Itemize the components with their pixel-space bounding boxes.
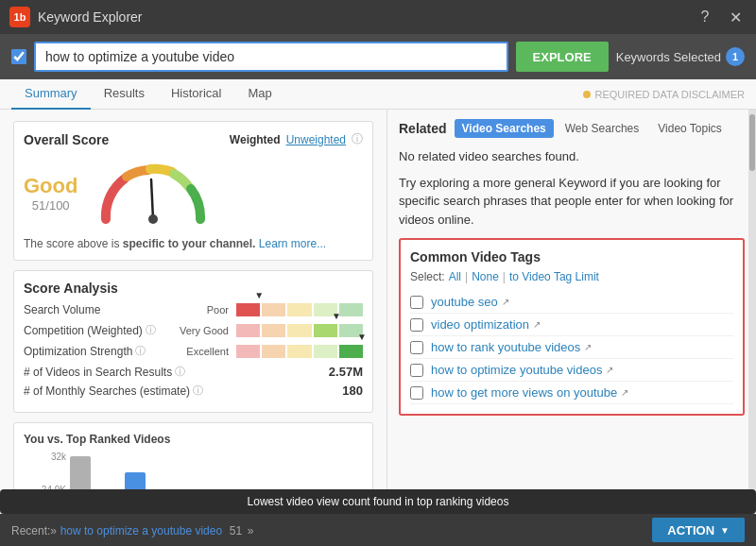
tag-ext-icon-3: ↗ [584,342,592,352]
tag-checkbox-5[interactable] [410,386,423,400]
optimization-info-icon[interactable]: ⓘ [135,344,146,358]
tag-checkbox-2[interactable] [410,318,423,332]
tag-text-1[interactable]: youtube seo ↗ [431,295,509,309]
bar-487k-fill [125,472,146,489]
tag-label-4: how to optimize youtube videos [431,363,602,377]
tag-text-4[interactable]: how to optimize youtube videos ↗ [431,363,613,377]
competition-info-icon[interactable]: ⓘ [146,323,156,337]
optimization-bar [236,345,363,358]
tag-text-5[interactable]: how to get more views on youtube ↗ [431,385,628,400]
bar-green-3 [339,345,363,358]
competition-label: Competition (Weighted) ⓘ [24,323,175,337]
bar-orange-1 [262,303,285,316]
tags-select-label: Select: [410,270,445,283]
bar-lightgreen-3 [314,345,337,358]
tag-ext-icon-5: ↗ [621,387,628,398]
tags-select-all[interactable]: All [449,270,461,283]
required-disclaimer: REQUIRED DATA DISCLAIMER [583,89,745,100]
help-button[interactable]: ? [694,6,716,28]
tags-select-row: Select: All | None | to Video Tag Limit [410,270,733,283]
overall-score-section: Overall Score Weighted Unweighted ⓘ Good… [13,121,373,261]
score-note-emphasis: specific to your channel. [123,237,256,250]
title-bar: 1b Keyword Explorer ? ✕ [0,0,756,34]
tag-ext-icon-2: ↗ [533,319,541,330]
related-header: Related Video Searches Web Searches Vide… [399,119,745,138]
recent-arrow: » [248,524,254,537]
weighted-label[interactable]: Weighted [230,133,281,146]
score-number: 51/100 [24,198,77,213]
tab-map[interactable]: Map [234,79,284,110]
tags-select-to-limit[interactable]: to Video Tag Limit [509,270,599,283]
stat-videos-label-text: # of Videos in Search Results [24,366,172,379]
score-display: Good 51/100 [24,155,363,231]
score-note-text: The score above is [24,237,119,250]
score-info-icon[interactable]: ⓘ [352,131,363,147]
tag-checkbox-4[interactable] [410,364,423,377]
tag-label-5: how to get more views on youtube [431,385,617,400]
video-tags-title: Common Video Tags [410,249,733,264]
chart-bars: Avg. 23 🎧 4.87K [70,452,363,489]
tab-results[interactable]: Results [91,79,158,110]
explore-button[interactable]: EXPLORE [516,42,609,72]
analysis-row-optimization: Optimization Strength ⓘ Excellent [24,344,363,358]
stat-searches-label-text: # of Monthly Searches (estimate) [24,384,190,398]
chart-section: You vs. Top Ranked Videos Views 32k 24.9… [13,422,373,489]
right-scroll-thumb[interactable] [749,114,755,171]
learn-more-link[interactable]: Learn more... [259,237,326,250]
action-button[interactable]: ACTION ▼ [652,518,745,542]
bar-yellow-3 [287,345,311,358]
tag-checkbox-3[interactable] [410,341,423,354]
tab-summary[interactable]: Summary [11,79,91,110]
bar-487k: 🎧 4.87K [123,472,147,489]
analysis-row-search-volume: Search Volume Poor [24,303,363,316]
stat-searches-info-icon[interactable]: ⓘ [193,384,203,398]
right-panel: Related Video Searches Web Searches Vide… [387,110,756,489]
tag-text-3[interactable]: how to rank youtube videos ↗ [431,340,592,354]
tags-select-none[interactable]: None [472,270,499,283]
tooltip-container: Lowest video view count found in top ran… [0,489,756,514]
related-tab-video-searches[interactable]: Video Searches [455,119,554,138]
chart-header: You vs. Top Ranked Videos [24,433,363,446]
stat-videos-value: 2.57M [329,365,363,379]
recent-section: Recent:» how to optimize a youtube video… [11,523,253,537]
unweighted-label[interactable]: Unweighted [286,133,346,146]
tags-separator-2: | [503,270,506,283]
search-checkbox[interactable] [11,49,26,64]
stat-searches-label: # of Monthly Searches (estimate) ⓘ [24,384,342,398]
search-volume-label: Search Volume [24,303,175,316]
tab-historical[interactable]: Historical [158,79,234,110]
tags-separator-1: | [465,270,468,283]
close-button[interactable]: ✕ [724,6,747,28]
score-rating: Good [24,174,77,198]
bar-yellow-1 [287,303,311,316]
left-panel: Overall Score Weighted Unweighted ⓘ Good… [0,110,387,489]
action-chevron-icon: ▼ [720,525,730,536]
competition-rating: Very Good [175,325,236,336]
related-title: Related [399,121,447,136]
bar-red-3 [236,345,260,358]
recent-link[interactable]: how to optimize a youtube video [60,524,222,537]
related-tab-video-topics[interactable]: Video Topics [650,119,730,138]
search-bar: EXPLORE Keywords Selected 1 [0,34,756,79]
tag-item-3: how to rank youtube videos ↗ [410,336,733,359]
video-tags-box: Common Video Tags Select: All | None | t… [399,238,745,416]
main-content: Overall Score Weighted Unweighted ⓘ Good… [0,110,756,489]
right-scrollbar[interactable] [748,110,756,489]
tag-item-5: how to get more views on youtube ↗ [410,382,733,404]
tag-text-2[interactable]: video optimization ↗ [431,317,541,332]
tag-label-2: video optimization [431,317,529,332]
search-input[interactable] [34,42,508,72]
chart-y-axis: 32k 24.9K 0 [40,452,66,489]
no-results-text: No related video searches found. [399,147,745,166]
recent-prefix: Recent:» [11,524,57,537]
bar-orange-2 [262,324,285,337]
stat-videos-info-icon[interactable]: ⓘ [175,365,185,379]
tag-checkbox-1[interactable] [410,296,423,309]
score-header: Overall Score Weighted Unweighted ⓘ [24,131,363,147]
stat-searches-row: # of Monthly Searches (estimate) ⓘ 180 [24,384,363,398]
bar-green-1 [339,303,363,316]
bar-yellow-2 [287,324,311,337]
no-results-section: No related video searches found. Try exp… [399,147,745,229]
related-tab-web-searches[interactable]: Web Searches [558,119,647,138]
search-volume-bar [236,303,363,316]
